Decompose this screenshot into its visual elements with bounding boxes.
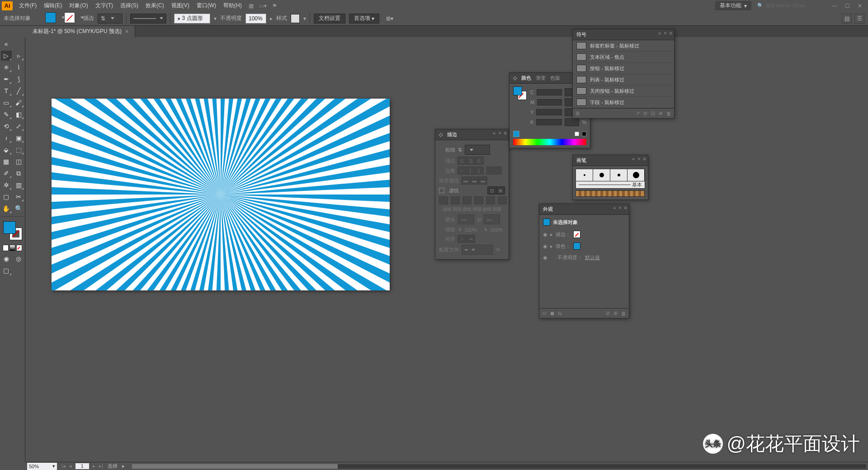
eraser-tool[interactable]: ◧	[14, 109, 24, 119]
collapse-icon[interactable]: «	[658, 30, 661, 36]
width-tool[interactable]: ⫞	[1, 133, 12, 143]
brush-presets[interactable]	[576, 169, 645, 181]
menu-file[interactable]: 文件(F)	[15, 0, 40, 11]
y-slider[interactable]	[536, 109, 562, 115]
style-swatch[interactable]	[291, 14, 300, 23]
align-stroke-buttons[interactable]: ▬▬▬	[462, 176, 487, 185]
gradient-mode-icon[interactable]	[9, 245, 15, 251]
width-profile-dropdown[interactable]: ● 3 点圆形	[174, 14, 210, 24]
sym-lib-icon[interactable]: ⊞	[576, 110, 580, 116]
symbol-row[interactable]: 标签栏标签 - 鼠标移过	[573, 40, 674, 52]
rotate-tool[interactable]: ⟲	[1, 121, 12, 131]
add-effect-icon[interactable]: fx	[558, 311, 562, 316]
menu-view[interactable]: 视图(V)	[168, 0, 193, 11]
rectangle-tool[interactable]: ▭	[1, 98, 12, 108]
toggle-icon[interactable]: ◇	[513, 75, 517, 81]
panel-close-icon[interactable]: ×	[637, 156, 640, 161]
panel-menu-icon[interactable]: ≡	[624, 205, 627, 210]
direct-selection-tool[interactable]: ▹	[14, 51, 24, 61]
type-tool[interactable]: T	[1, 86, 12, 96]
stroke-swatch[interactable]	[64, 12, 75, 23]
mesh-tool[interactable]: ▦	[1, 157, 12, 166]
menu-effect[interactable]: 效果(C)	[142, 0, 168, 11]
sym-place-icon[interactable]: ↗	[636, 110, 640, 116]
menu-window[interactable]: 窗口(W)	[193, 0, 220, 11]
symbol-row[interactable]: 列表 - 鼠标移过	[573, 74, 674, 85]
panel-menu-icon[interactable]: ☰	[854, 14, 864, 24]
gradient-tab[interactable]: 渐变	[536, 75, 546, 81]
menu-object[interactable]: 对象(O)	[66, 0, 91, 11]
eyedropper-tool[interactable]: ✐	[1, 168, 12, 178]
graph-tool[interactable]: ▥	[14, 180, 24, 190]
dup-icon[interactable]: ⊕	[613, 310, 618, 316]
dash-align2-icon[interactable]: ⊞	[496, 186, 505, 195]
fill-swatch[interactable]	[45, 12, 56, 23]
panel-close-icon[interactable]: ×	[664, 30, 666, 36]
fill-color-icon[interactable]	[3, 221, 16, 234]
align-icon[interactable]: ⊞▾	[383, 14, 396, 24]
m-slider[interactable]	[537, 99, 562, 105]
black-icon[interactable]	[582, 132, 586, 136]
scale-tool[interactable]: ⤢	[14, 121, 24, 131]
window-close-icon[interactable]: ✕	[854, 1, 866, 10]
spectrum-ramp[interactable]	[513, 139, 586, 145]
collapse-tools-icon[interactable]: «	[1, 39, 12, 49]
window-minimize-icon[interactable]: —	[828, 1, 841, 10]
swatches-tab[interactable]: 色版	[550, 75, 560, 81]
panel-close-icon[interactable]: ×	[498, 130, 501, 136]
add-fill-icon[interactable]: ◼	[550, 310, 554, 316]
window-maximize-icon[interactable]: ☐	[841, 1, 854, 10]
screen-mode-icon[interactable]: ▢	[1, 266, 12, 275]
draw-normal-icon[interactable]: ◉	[1, 254, 12, 264]
fill-proxy-icon[interactable]	[513, 86, 522, 95]
profile-dropdown[interactable]: ━	[462, 245, 493, 255]
white-icon[interactable]	[575, 132, 579, 136]
stroke-row-swatch[interactable]	[573, 231, 580, 238]
k-slider[interactable]	[536, 119, 562, 125]
color-mode-icon[interactable]	[3, 245, 9, 251]
workspace-switcher[interactable]: 基本功能▾	[715, 1, 751, 10]
zoom-field[interactable]: 50%▾	[27, 463, 57, 470]
add-stroke-icon[interactable]: ▭	[542, 310, 547, 316]
arrow-end-dropdown[interactable]: —	[484, 214, 500, 224]
lasso-tool[interactable]: ⌇	[14, 62, 24, 72]
curvature-tool[interactable]: ⟆	[14, 74, 24, 84]
symbol-row[interactable]: 按钮 - 鼠标移过	[573, 63, 674, 74]
shaper-tool[interactable]: ✎	[1, 109, 12, 119]
symbol-row[interactable]: 字段 - 鼠标移过	[573, 97, 674, 108]
line-tool[interactable]: ╱	[14, 86, 24, 96]
dash-align1-icon[interactable]: ⊡	[487, 186, 496, 195]
toggle-icon[interactable]: ◇	[439, 132, 443, 138]
panel-menu-icon[interactable]: ≡	[643, 156, 646, 161]
c-slider[interactable]	[537, 89, 562, 95]
free-transform-tool[interactable]: ▣	[14, 133, 24, 143]
panel-menu-icon[interactable]: ≡	[670, 30, 672, 36]
blend-tool[interactable]: ⧉	[14, 168, 24, 178]
pen-tool[interactable]: ✒	[1, 74, 12, 84]
pattern-brush[interactable]	[576, 190, 645, 197]
cap-buttons[interactable]: ⊏⊐⊏	[458, 157, 484, 165]
bridge-icon[interactable]: ▦	[246, 2, 256, 10]
close-tab-icon[interactable]: ×	[125, 28, 128, 35]
collapse-icon[interactable]: «	[493, 130, 495, 136]
artboard-nav[interactable]: |◂◂1▸▸|	[61, 463, 103, 469]
dashed-checkbox[interactable]	[439, 188, 444, 193]
perspective-tool[interactable]: ⬚	[14, 145, 24, 155]
k-input[interactable]	[565, 118, 579, 126]
expand-icon[interactable]: ▸	[550, 232, 553, 237]
panel-menu-icon[interactable]: ≡	[504, 130, 507, 136]
preferences-button[interactable]: 首选项 ▾	[349, 14, 379, 24]
document-setup-button[interactable]: 文档设置	[314, 14, 345, 24]
symbol-sprayer-tool[interactable]: ✲	[1, 180, 12, 190]
gradient-tool[interactable]: ◫	[14, 157, 24, 166]
fill-row-swatch[interactable]	[573, 242, 580, 250]
h-scrollbar[interactable]	[132, 464, 866, 469]
arrange-icon[interactable]: ▭▾	[258, 2, 268, 10]
expand-icon[interactable]: ▸	[550, 243, 553, 249]
none-mode-icon[interactable]	[16, 245, 22, 251]
sym-opts-icon[interactable]: ⊡	[651, 110, 655, 116]
appearance-tab[interactable]: 外观	[543, 206, 553, 213]
panel-close-icon[interactable]: ×	[618, 205, 621, 210]
artboard-tool[interactable]: ▢	[1, 192, 12, 202]
zoom-tool[interactable]: 🔍	[14, 204, 24, 214]
